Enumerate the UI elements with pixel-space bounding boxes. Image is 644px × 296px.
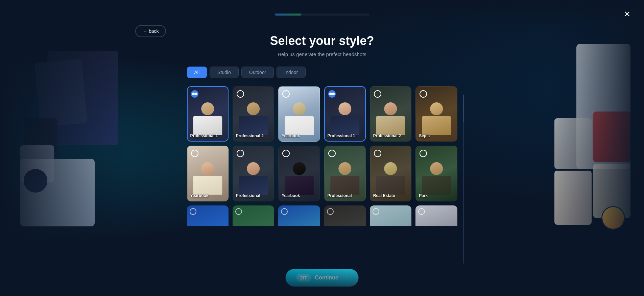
style-card-prof1-male[interactable]: Professional 1: [187, 86, 229, 142]
radio-prof1-female: [328, 90, 336, 98]
filter-tabs: All Studio Outdoor Indoor: [187, 67, 306, 78]
style-card-sepia[interactable]: Sepia: [415, 86, 457, 142]
radio-prof-f1: [237, 150, 244, 157]
style-card-prof2-female[interactable]: Professional 2: [370, 86, 411, 142]
card-label-yearbook-f1: Yearbook: [190, 193, 209, 198]
style-card-yearbook-f2[interactable]: Yearbook: [278, 146, 320, 201]
continue-btn-wrap: 2/7 Continue →: [285, 269, 359, 287]
card-label-prof-f1: Professional: [236, 193, 260, 198]
radio-outdoor-m1: [328, 150, 336, 157]
page-title: Select your style?: [270, 34, 374, 48]
progress-bar-fill: [275, 14, 301, 16]
filter-tab-outdoor[interactable]: Outdoor: [241, 67, 274, 78]
style-card-prof2-male[interactable]: Professional 2: [233, 86, 274, 142]
partial-radio-3: [281, 208, 288, 215]
card-label-park: Park: [419, 193, 428, 198]
continue-arrow: →: [342, 275, 348, 281]
card-label-yearbook-male: Yearbook: [282, 133, 300, 138]
style-card-outdoor-m1[interactable]: Professional: [324, 146, 366, 201]
radio-yearbook-f2: [282, 150, 290, 157]
radio-prof1-male: [191, 90, 198, 98]
card-label-prof1-female: Professional 1: [328, 133, 355, 138]
partial-card-6[interactable]: [415, 205, 457, 226]
style-card-yearbook-f1[interactable]: Yearbook: [187, 146, 229, 201]
partial-radio-2: [235, 208, 242, 215]
card-label-prof1-male: Professional 1: [190, 133, 218, 138]
style-card-park[interactable]: Park: [415, 146, 457, 201]
card-label-prof2-male: Professional 2: [236, 133, 264, 138]
main-content: Select your style? Help us generate the …: [187, 34, 457, 226]
progress-bar-container: [275, 14, 369, 16]
back-button[interactable]: ← back: [135, 25, 166, 37]
filter-tab-all[interactable]: All: [187, 67, 207, 78]
left-avatar: [24, 169, 47, 193]
radio-sepia: [420, 90, 427, 98]
scrollbar-thumb[interactable]: [463, 95, 464, 122]
partial-card-4[interactable]: [324, 205, 366, 226]
filter-tab-studio[interactable]: Studio: [210, 67, 239, 78]
style-card-yearbook-male[interactable]: Yearbook: [278, 86, 320, 142]
style-grid-row2: Yearbook Professional Yearbook: [187, 146, 457, 201]
continue-label: Continue: [315, 275, 338, 281]
partial-radio-6: [418, 208, 425, 215]
card-label-prof2-female: Professional 2: [373, 133, 401, 138]
close-button[interactable]: ✕: [624, 9, 630, 19]
partial-card-3[interactable]: [278, 205, 320, 226]
right-decorative-photos: [553, 44, 630, 233]
filter-tab-indoor[interactable]: Indoor: [277, 67, 306, 78]
right-avatar: [601, 206, 625, 230]
step-badge: 2/7: [296, 274, 311, 282]
style-card-prof-f1[interactable]: Professional: [233, 146, 274, 201]
style-card-prof1-female[interactable]: Professional 1: [324, 86, 366, 142]
partial-card-1[interactable]: [187, 205, 229, 226]
style-grid-row3-partial: [187, 205, 457, 226]
partial-radio-5: [373, 208, 379, 215]
card-label-realestate: Real Estate: [373, 193, 395, 198]
style-card-realestate[interactable]: Real Estate: [370, 146, 411, 201]
radio-prof2-male: [237, 90, 244, 98]
page-subtitle: Help us generate the prefect headshots: [278, 51, 366, 57]
style-grid-row1: Professional 1 Professional 2 Yearbook: [187, 86, 457, 142]
radio-prof2-female: [374, 90, 381, 98]
radio-park: [420, 150, 427, 157]
radio-yearbook-male: [282, 90, 290, 98]
card-label-sepia: Sepia: [419, 133, 430, 138]
card-label-outdoor-m1: Professional: [328, 193, 352, 198]
partial-card-5[interactable]: [370, 205, 411, 226]
radio-realestate: [374, 150, 381, 157]
card-label-yearbook-f2: Yearbook: [282, 193, 300, 198]
radio-yearbook-f1: [191, 150, 198, 157]
partial-radio-4: [327, 208, 334, 215]
partial-card-2[interactable]: [233, 205, 274, 226]
continue-button[interactable]: 2/7 Continue →: [285, 269, 359, 287]
partial-radio-1: [190, 208, 196, 215]
left-decorative-photos: [20, 51, 125, 240]
scrollbar-track[interactable]: [463, 95, 464, 264]
